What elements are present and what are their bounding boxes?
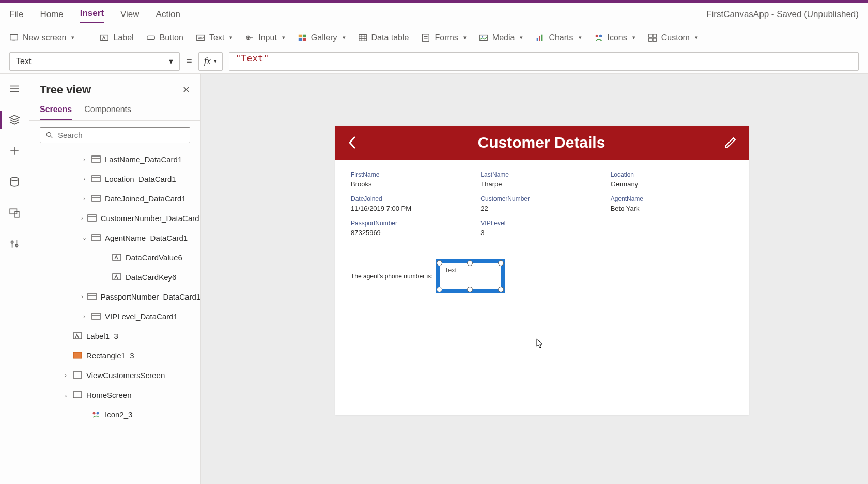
chevron-icon[interactable]: › — [81, 313, 87, 319]
ribbon-label[interactable]: Label — [100, 33, 133, 42]
resize-handle[interactable] — [498, 260, 504, 266]
tree-scroll[interactable]: ›LastName_DataCard1›Location_DataCard1›D… — [29, 149, 200, 484]
field-label: CustomerNumber — [481, 195, 603, 202]
close-icon[interactable]: ✕ — [182, 84, 190, 96]
field-value: 87325969 — [351, 229, 473, 237]
chevron-icon[interactable]: › — [81, 156, 87, 162]
card-icon — [87, 214, 97, 222]
formula-input[interactable]: "Text" — [229, 52, 859, 71]
svg-rect-13 — [359, 34, 366, 41]
hamburger-icon — [9, 83, 20, 95]
menu-action[interactable]: Action — [156, 6, 180, 23]
ribbon-input[interactable]: Input ▾ — [245, 33, 285, 42]
tree-node-label: VIPLevel_DataCard1 — [105, 312, 178, 321]
menu-file[interactable]: File — [9, 6, 23, 23]
tree-node[interactable]: ›LastName_DataCard1 — [29, 149, 198, 169]
chevron-icon[interactable]: › — [81, 176, 87, 182]
form-field: PassportNumber87325969 — [351, 220, 473, 237]
ribbon-forms[interactable]: Forms ▾ — [421, 33, 466, 42]
ribbon-gallery-label: Gallery — [311, 33, 337, 42]
canvas-screen[interactable]: Customer Details FirstNameBrooksLastName… — [335, 126, 749, 415]
ribbon-charts[interactable]: Charts ▾ — [535, 33, 581, 42]
canvas-area[interactable]: Customer Details FirstNameBrooksLastName… — [201, 74, 868, 484]
tree-node-label: Rectangle1_3 — [86, 351, 134, 360]
left-rail — [0, 74, 29, 484]
ribbon-data-table[interactable]: Data table — [358, 33, 409, 42]
svg-rect-25 — [541, 34, 543, 41]
svg-rect-9 — [299, 34, 302, 37]
ribbon-gallery[interactable]: Gallery ▾ — [298, 33, 346, 42]
search-input[interactable] — [58, 131, 184, 139]
screen-icon — [9, 33, 19, 42]
tree-node[interactable]: ›DateJoined_DataCard1 — [29, 189, 198, 208]
svg-point-66 — [93, 412, 96, 415]
menu-insert[interactable]: Insert — [80, 5, 104, 23]
tree-node[interactable]: ⌄HomeScreen — [29, 385, 198, 404]
edit-icon[interactable] — [724, 136, 737, 149]
tab-screens[interactable]: Screens — [40, 102, 72, 120]
tree-node[interactable]: DataCardKey6 — [29, 267, 198, 287]
chevron-icon[interactable]: › — [81, 293, 83, 300]
rail-media[interactable] — [9, 207, 20, 218]
ribbon-text[interactable]: Abc Text ▾ — [196, 33, 233, 42]
form-field: DateJoined11/16/2019 7:00 PM — [351, 195, 473, 212]
tree-node[interactable]: Rectangle1_3 — [29, 346, 198, 365]
ribbon-icons[interactable]: Icons ▾ — [594, 33, 636, 42]
svg-rect-29 — [653, 34, 656, 37]
ribbon-button[interactable]: Button — [146, 33, 183, 42]
chevron-icon[interactable]: › — [81, 195, 87, 201]
rail-data[interactable] — [9, 176, 20, 188]
selected-label-control[interactable]: Text — [436, 259, 505, 293]
tree-node-label: DataCardKey6 — [126, 273, 176, 282]
back-icon[interactable] — [347, 135, 359, 150]
resize-handle[interactable] — [467, 287, 473, 292]
tree-node[interactable]: Icon2_3 — [29, 404, 198, 424]
ribbon-sep — [87, 30, 87, 45]
ribbon-custom[interactable]: Custom ▾ — [648, 33, 698, 42]
property-selector[interactable]: Text ▾ — [9, 52, 180, 71]
resize-handle[interactable] — [437, 260, 442, 266]
field-value: Beto Yark — [611, 205, 733, 212]
svg-text:Abc: Abc — [198, 36, 204, 39]
resize-handle[interactable] — [467, 260, 473, 266]
chevron-icon[interactable]: ⌄ — [63, 392, 69, 398]
fx-button[interactable]: fx ▾ — [198, 52, 223, 71]
ribbon-media[interactable]: Media ▾ — [479, 33, 523, 42]
label-icon — [73, 332, 82, 339]
card-icon — [91, 234, 101, 241]
tab-components[interactable]: Components — [84, 102, 131, 120]
tree-node[interactable]: DataCardValue6 — [29, 247, 198, 267]
rail-insert[interactable] — [9, 145, 20, 157]
resize-handle[interactable] — [437, 287, 442, 292]
field-value: 22 — [481, 205, 603, 212]
card-icon — [91, 195, 101, 202]
tree-node[interactable]: ›Location_DataCard1 — [29, 169, 198, 189]
tree-node[interactable]: ›PassportNumber_DataCard1 — [29, 287, 198, 306]
chevron-icon[interactable]: › — [81, 215, 83, 221]
label-icon — [112, 273, 121, 280]
svg-rect-48 — [92, 176, 100, 182]
svg-rect-10 — [303, 34, 306, 37]
tree-search[interactable] — [40, 127, 190, 143]
tree-node[interactable]: ›ViewCustomersScreen — [29, 365, 198, 385]
menu-home[interactable]: Home — [40, 6, 63, 23]
tree-node[interactable]: ⌄AgentName_DataCard1 — [29, 228, 198, 247]
tree-node[interactable]: ›CustomerNumber_DataCard1 — [29, 208, 198, 228]
menu-view[interactable]: View — [120, 6, 140, 23]
svg-rect-18 — [423, 34, 429, 41]
chevron-icon[interactable]: ⌄ — [81, 235, 87, 241]
resize-handle[interactable] — [498, 287, 504, 292]
tree-node-label: Location_DataCard1 — [105, 175, 176, 183]
rail-hamburger[interactable] — [9, 83, 20, 95]
tree-node[interactable]: Label1_3 — [29, 326, 198, 346]
rail-tools[interactable] — [9, 238, 20, 249]
ribbon-new-screen[interactable]: New screen ▾ — [9, 33, 74, 42]
chevron-icon[interactable]: › — [63, 372, 69, 378]
svg-rect-52 — [88, 215, 96, 221]
rail-tree-view[interactable] — [9, 114, 20, 126]
tree-node-label: HomeScreen — [86, 391, 132, 399]
chevron-down-icon: ▾ — [229, 34, 233, 41]
tree-node[interactable]: ›VIPLevel_DataCard1 — [29, 306, 198, 326]
layers-icon — [9, 114, 20, 126]
label-icon — [100, 33, 109, 42]
